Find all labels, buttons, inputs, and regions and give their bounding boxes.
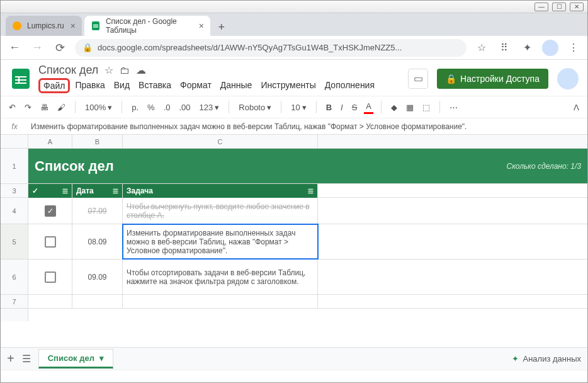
window-maximize[interactable]: ☐ bbox=[552, 3, 566, 11]
close-icon[interactable]: × bbox=[199, 21, 204, 31]
add-sheet-button[interactable]: + bbox=[7, 352, 14, 366]
cell-checkbox[interactable] bbox=[28, 224, 72, 259]
forward-button[interactable]: → bbox=[30, 40, 45, 55]
cell-empty[interactable] bbox=[72, 295, 123, 308]
all-sheets-button[interactable]: ☰ bbox=[22, 353, 31, 365]
sheet-title: Список дел bbox=[28, 149, 503, 183]
browser-tab-lumpics[interactable]: Lumpics.ru × bbox=[6, 16, 82, 36]
more-toolbar-button[interactable]: ⋯ bbox=[448, 101, 460, 113]
title-row[interactable]: Список дел Сколько сделано: 1/3 bbox=[28, 149, 587, 184]
explore-button[interactable]: ✦ Анализ данных bbox=[512, 354, 581, 363]
doc-title[interactable]: Список дел bbox=[38, 64, 98, 77]
cell-checkbox[interactable] bbox=[28, 260, 72, 294]
back-button[interactable]: ← bbox=[7, 40, 22, 55]
font-select[interactable]: Roboto ▾ bbox=[237, 101, 273, 113]
menu-tools[interactable]: Инструменты bbox=[257, 78, 319, 93]
filter-icon[interactable]: ☰ bbox=[308, 188, 314, 195]
svg-rect-7 bbox=[15, 83, 26, 84]
menu-file[interactable]: Файл bbox=[38, 78, 70, 93]
cell-checkbox[interactable]: ✓ bbox=[28, 198, 72, 224]
menu-insert[interactable]: Вставка bbox=[135, 78, 175, 93]
comments-button[interactable]: ▭ bbox=[408, 69, 428, 89]
cloud-status-icon[interactable]: ☁ bbox=[136, 64, 146, 76]
reload-button[interactable]: ⟳ bbox=[52, 40, 67, 55]
window-close[interactable]: ✕ bbox=[570, 3, 584, 11]
account-avatar[interactable] bbox=[557, 68, 579, 89]
sheet-tab[interactable]: Список дел ▾ bbox=[38, 349, 113, 369]
menu-data[interactable]: Данные bbox=[217, 78, 256, 93]
formula-bar[interactable]: fx Изменить форматирование выполненных з… bbox=[1, 118, 587, 135]
browser-tab-sheets[interactable]: Список дел - Google Таблицы × bbox=[84, 16, 210, 36]
row-header[interactable]: 7 bbox=[1, 295, 28, 309]
address-bar[interactable]: 🔒 docs.google.com/spreadsheets/d/1AWW-nY… bbox=[75, 39, 466, 57]
svg-rect-2 bbox=[93, 25, 98, 26]
window-minimize[interactable]: — bbox=[534, 3, 548, 11]
cell-date[interactable]: 09.09 bbox=[72, 260, 123, 294]
cell-date[interactable]: 08.09 bbox=[72, 224, 123, 259]
bookmark-star-icon[interactable]: ☆ bbox=[474, 40, 489, 55]
text-color-button[interactable]: A bbox=[364, 100, 373, 114]
close-icon[interactable]: × bbox=[71, 21, 76, 31]
row-header[interactable]: 1 bbox=[1, 149, 28, 184]
menu-edit[interactable]: Правка bbox=[71, 78, 108, 93]
browser-menu-icon[interactable]: ⋮ bbox=[566, 40, 581, 55]
increase-decimal-button[interactable]: .00 bbox=[178, 101, 193, 113]
italic-button[interactable]: I bbox=[339, 101, 345, 113]
print-button[interactable]: 🖶 bbox=[38, 101, 50, 113]
row-header[interactable]: 6 bbox=[1, 260, 28, 295]
profile-avatar[interactable] bbox=[542, 40, 558, 56]
row-header[interactable]: 5 bbox=[1, 224, 28, 260]
fill-color-button[interactable]: ◆ bbox=[389, 101, 399, 113]
header-task[interactable]: Задача☰ bbox=[123, 184, 318, 198]
cell-empty[interactable] bbox=[28, 295, 72, 308]
col-header[interactable]: C bbox=[123, 135, 318, 148]
currency-button[interactable]: р. bbox=[130, 101, 140, 113]
redo-button[interactable]: ↷ bbox=[23, 101, 33, 113]
menu-view[interactable]: Вид bbox=[110, 78, 133, 93]
browser-toolbar: ← → ⟳ 🔒 docs.google.com/spreadsheets/d/1… bbox=[1, 36, 587, 60]
share-button[interactable]: 🔒 Настройки Доступа bbox=[437, 69, 548, 89]
svg-rect-4 bbox=[12, 69, 30, 89]
move-folder-icon[interactable]: 🗀 bbox=[120, 65, 130, 76]
menu-format[interactable]: Формат bbox=[176, 78, 215, 93]
header-date[interactable]: Дата☰ bbox=[72, 184, 123, 198]
borders-button[interactable]: ▦ bbox=[404, 101, 416, 113]
decrease-decimal-button[interactable]: .0 bbox=[162, 101, 172, 113]
explore-label: Анализ данных bbox=[523, 354, 581, 363]
filter-icon[interactable]: ☰ bbox=[113, 188, 118, 195]
cell-date[interactable]: 07.09 bbox=[72, 198, 123, 224]
cell-task[interactable]: Чтобы отсортировать задачи в веб-версии … bbox=[123, 260, 318, 294]
row-header[interactable]: 3 bbox=[1, 184, 28, 198]
star-icon[interactable]: ☆ bbox=[105, 64, 113, 76]
zoom-select[interactable]: 100% ▾ bbox=[83, 101, 114, 113]
cell-empty[interactable] bbox=[123, 295, 318, 308]
cell-task[interactable]: Чтобы вычеркнуть пункт, введите любое зн… bbox=[123, 198, 318, 224]
percent-button[interactable]: % bbox=[145, 101, 157, 113]
strike-button[interactable]: S bbox=[350, 101, 359, 113]
col-header[interactable]: B bbox=[72, 135, 123, 148]
header-check[interactable]: ✓☰ bbox=[28, 184, 72, 198]
bold-button[interactable]: B bbox=[324, 101, 334, 113]
translate-icon[interactable]: ⠿ bbox=[497, 40, 512, 55]
filter-icon[interactable]: ☰ bbox=[62, 188, 68, 195]
checkbox-icon bbox=[45, 236, 56, 248]
collapse-toolbar-button[interactable]: ᐱ bbox=[572, 101, 581, 113]
font-size-select[interactable]: 10 ▾ bbox=[289, 101, 308, 113]
more-formats-button[interactable]: 123 ▾ bbox=[198, 101, 222, 113]
paint-format-button[interactable]: 🖌 bbox=[55, 101, 67, 113]
menu-addons[interactable]: Дополнения bbox=[321, 78, 378, 93]
cell-task-selected[interactable]: Изменить форматирование выполненных зада… bbox=[123, 224, 318, 259]
share-label: Настройки Доступа bbox=[460, 74, 540, 84]
extensions-icon[interactable]: ✦ bbox=[519, 40, 534, 55]
new-tab-button[interactable]: + bbox=[213, 18, 230, 36]
sheets-app-icon[interactable] bbox=[9, 67, 32, 90]
merge-button[interactable]: ⬚ bbox=[421, 101, 432, 113]
tab-label: Lumpics.ru bbox=[27, 21, 64, 30]
svg-rect-5 bbox=[15, 76, 26, 77]
checkbox-icon bbox=[45, 272, 56, 283]
col-header[interactable]: A bbox=[28, 135, 72, 148]
spreadsheet-grid[interactable]: 1 3 4 5 6 7 A B C Список дел Сколько сде… bbox=[1, 135, 587, 321]
svg-rect-1 bbox=[92, 21, 99, 30]
row-header[interactable]: 4 bbox=[1, 198, 28, 224]
undo-button[interactable]: ↶ bbox=[7, 101, 18, 113]
